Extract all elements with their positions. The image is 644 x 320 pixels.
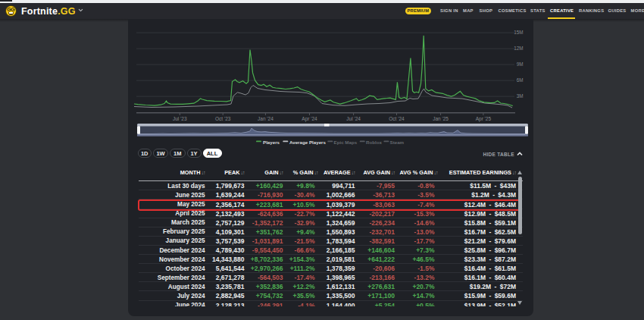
- svg-text:Epic Maps: Epic Maps: [334, 139, 358, 144]
- svg-text:Players: Players: [263, 139, 280, 144]
- svg-text:Jan '25: Jan '25: [433, 115, 449, 121]
- svg-text:Jan '24: Jan '24: [258, 115, 274, 121]
- svg-text:Jul '23: Jul '23: [173, 115, 187, 121]
- svg-text:12M: 12M: [514, 45, 523, 51]
- svg-text:Roblox: Roblox: [366, 139, 383, 144]
- svg-text:Apr '24: Apr '24: [302, 115, 317, 121]
- svg-text:Average Players: Average Players: [289, 139, 326, 144]
- svg-text:Oct '23: Oct '23: [215, 115, 231, 121]
- svg-text:9M: 9M: [517, 61, 524, 67]
- svg-text:Apr '25: Apr '25: [476, 115, 492, 121]
- svg-text:Jul '24: Jul '24: [346, 115, 361, 121]
- svg-text:3M: 3M: [517, 93, 524, 99]
- svg-text:15M: 15M: [514, 30, 523, 35]
- svg-text:6M: 6M: [517, 77, 524, 83]
- svg-text:Steam: Steam: [390, 139, 405, 144]
- svg-text:Oct '24: Oct '24: [389, 115, 405, 121]
